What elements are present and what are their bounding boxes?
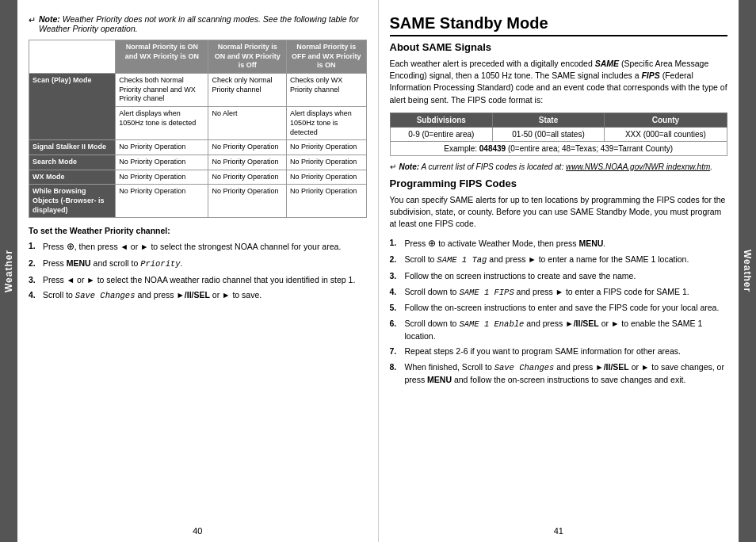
table-header-empty	[29, 40, 116, 74]
cell-alert-1: Alert displays when 1050Hz tone is detec…	[116, 107, 208, 140]
table-row: Search Mode No Priority Operation No Pri…	[29, 155, 367, 170]
prog-step-1: 1. Press ⊕ to activate Weather Mode, the…	[390, 237, 728, 250]
table-row: Scan (Play) Mode Checks both Normal Prio…	[29, 74, 367, 107]
row-header-search: Search Mode	[29, 155, 116, 170]
programming-body: You can specify SAME alerts for up to te…	[390, 194, 728, 231]
cell-wx-2: No Priority Operation	[208, 170, 287, 185]
fips-link: www.NWS.NOAA.gov/NWR indexnw.htm	[566, 162, 710, 171]
note-content: Note: A current list of FIPS codes is lo…	[399, 162, 713, 171]
table-header-col1: Normal Priority is ON and WX Priority is…	[116, 40, 208, 74]
programming-title: Programming FIPS Codes	[390, 177, 728, 189]
note-text: Note: Weather Priority does not work in …	[39, 14, 367, 33]
left-side-tab: Weather	[0, 0, 17, 542]
table-row: Signal Stalker II Mode No Priority Opera…	[29, 140, 367, 155]
cell-search-3: No Priority Operation	[287, 155, 366, 170]
step-1: 1. Press ⊕, then press ◄ or ► to select …	[29, 240, 367, 254]
cell-search-1: No Priority Operation	[116, 155, 208, 170]
right-side-tab: Weather	[739, 0, 756, 542]
prog-step-3: 3. Follow the on screen instructions to …	[390, 270, 728, 282]
cell-browse-3: No Priority Operation	[287, 185, 366, 218]
cell-wx-1: No Priority Operation	[116, 170, 208, 185]
fips-table: Subdivisions State County 0-9 (0=entire …	[390, 113, 728, 156]
cell-search-2: No Priority Operation	[208, 155, 287, 170]
prog-step-5: 5. Follow the on-screen instructions to …	[390, 302, 728, 314]
menu-icon: ⊕	[67, 241, 74, 252]
row-header-scan: Scan (Play) Mode	[29, 74, 116, 140]
row-header-browsing: While Browsing Objects (-Browser- is dis…	[29, 185, 116, 218]
cell-stalker-2: No Priority Operation	[208, 140, 287, 155]
table-row: WX Mode No Priority Operation No Priorit…	[29, 170, 367, 185]
cell-wx-3: No Priority Operation	[287, 170, 366, 185]
cell-stalker-3: No Priority Operation	[287, 140, 366, 155]
note-line: ↵ Note: Weather Priority does not work i…	[29, 14, 367, 33]
cell-browse-2: No Priority Operation	[208, 185, 287, 218]
cell-scan-1: Checks both Normal Priority channel and …	[116, 74, 208, 107]
step-3: 3. Press ◄ or ► to select the NOAA weath…	[29, 274, 367, 286]
table-row: 0-9 (0=entire area) 01-50 (00=all states…	[390, 127, 727, 141]
cell-scan-3: Checks only WX Priority channel	[287, 74, 366, 107]
section-title: SAME Standby Mode	[390, 14, 728, 36]
fips-county-val: XXX (000=all counties)	[604, 127, 727, 141]
table-header-col3: Normal Priority is OFF and WX Priority i…	[287, 40, 366, 74]
right-page-number: 41	[379, 526, 739, 536]
about-title: About SAME Signals	[390, 41, 728, 53]
cell-alert-3: Alert displays when 1050Hz tone is detec…	[287, 107, 366, 140]
steps-title: To set the Weather Priority channel:	[29, 226, 367, 235]
table-row: While Browsing Objects (-Browser- is dis…	[29, 185, 367, 218]
row-header-wx: WX Mode	[29, 170, 116, 185]
fips-col-state: State	[493, 113, 605, 127]
row-header-stalker: Signal Stalker II Mode	[29, 140, 116, 155]
fips-subdiv-val: 0-9 (0=entire area)	[390, 127, 493, 141]
step-4: 4. Scroll to Save Changes and press ►/II…	[29, 289, 367, 302]
prog-step-6: 6. Scroll down to SAME 1 Enable and pres…	[390, 318, 728, 342]
cell-alert-2: No Alert	[208, 107, 287, 140]
note-icon: ↵	[390, 162, 396, 171]
cell-stalker-1: No Priority Operation	[116, 140, 208, 155]
left-page: ↵ Note: Weather Priority does not work i…	[17, 0, 379, 542]
prog-step-7: 7. Repeat steps 2-6 if you want to progr…	[390, 345, 728, 357]
prog-step-2: 2. Scroll to SAME 1 Tag and press ► to e…	[390, 254, 728, 266]
right-page: SAME Standby Mode About SAME Signals Eac…	[379, 0, 739, 542]
fips-col-county: County	[604, 113, 727, 127]
steps-list: 1. Press ⊕, then press ◄ or ► to select …	[29, 240, 367, 302]
menu-icon: ⊕	[428, 238, 436, 249]
fips-col-subdiv: Subdivisions	[390, 113, 493, 127]
table-row: Example: 048439 (0=entire area; 48=Texas…	[390, 141, 727, 155]
fips-note: ↵ Note: A current list of FIPS codes is …	[390, 162, 728, 171]
about-body: Each weather alert is preceded with a di…	[390, 58, 728, 106]
step-2: 2. Press MENU and scroll to Priority.	[29, 258, 367, 270]
fips-example: Example: 048439 (0=entire area; 48=Texas…	[390, 141, 727, 155]
fips-state-val: 01-50 (00=all states)	[493, 127, 605, 141]
prog-step-4: 4. Scroll down to SAME 1 FIPS and press …	[390, 286, 728, 299]
programming-steps: 1. Press ⊕ to activate Weather Mode, the…	[390, 237, 728, 386]
cell-scan-2: Check only Normal Priority channel	[208, 74, 287, 107]
priority-table: Normal Priority is ON and WX Priority is…	[29, 40, 367, 218]
left-page-number: 40	[17, 526, 378, 536]
note-icon: ↵	[29, 15, 36, 25]
prog-step-8: 8. When finished, Scroll to Save Changes…	[390, 361, 728, 385]
cell-browse-1: No Priority Operation	[116, 185, 208, 218]
page: Weather ↵ Note: Weather Priority does no…	[0, 0, 756, 542]
table-header-col2: Normal Priority is ON and WX Priority is…	[208, 40, 287, 74]
